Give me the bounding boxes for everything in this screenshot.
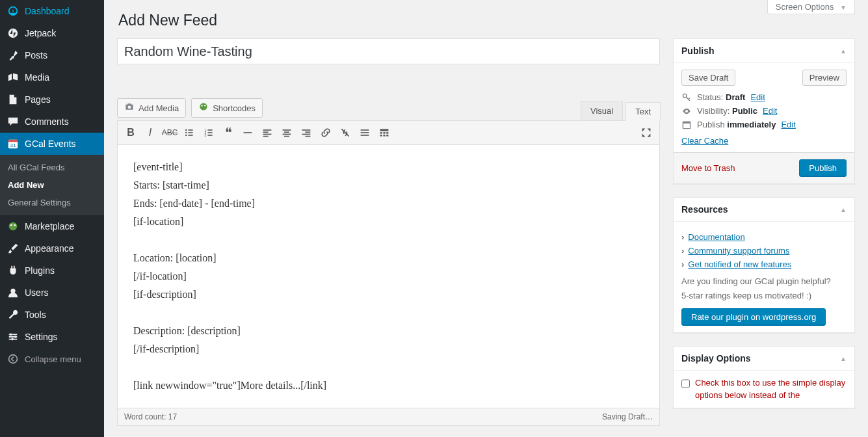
calendar-small-icon xyxy=(681,120,692,129)
svg-text:3: 3 xyxy=(205,134,207,137)
editor-line: Location: [location] xyxy=(133,249,644,267)
help-text-2: 5-star ratings keep us motivated! :) xyxy=(681,290,847,302)
menu-marketplace[interactable]: Marketplace xyxy=(0,215,104,237)
svg-point-20 xyxy=(185,135,187,136)
edit-visibility-link[interactable]: Edit xyxy=(763,106,777,116)
blockquote-button[interactable]: ❝ xyxy=(219,124,237,142)
menu-media[interactable]: Media xyxy=(0,66,104,88)
menu-label: Settings xyxy=(25,332,58,342)
menu-jetpack[interactable]: Jetpack xyxy=(0,22,104,44)
screen-options-toggle[interactable]: Screen Options ▼ xyxy=(767,0,855,14)
resources-panel-toggle[interactable]: Resources ▲ xyxy=(674,198,854,222)
editor-content[interactable]: [event-title]Starts: [start-time]Ends: [… xyxy=(118,145,659,408)
comments-icon xyxy=(7,115,20,128)
submenu-general-settings[interactable]: General Settings xyxy=(0,194,104,211)
page-title: Add New Feed xyxy=(118,12,855,29)
rate-plugin-button[interactable]: Rate our plugin on wordpress.org xyxy=(681,308,826,326)
svg-rect-48 xyxy=(380,135,382,136)
svg-rect-36 xyxy=(284,136,289,137)
key-icon xyxy=(681,93,692,102)
simple-display-checkbox[interactable] xyxy=(681,378,690,389)
edit-status-link[interactable]: Edit xyxy=(750,92,765,102)
publish-panel: Publish ▲ Save Draft Preview Status: Dra… xyxy=(673,38,855,184)
toolbar-toggle-button[interactable] xyxy=(375,124,393,142)
resource-item: ›Documentation xyxy=(681,232,847,242)
svg-rect-37 xyxy=(302,129,311,131)
unlink-button[interactable] xyxy=(336,124,354,142)
resource-item: ›Get notified of new features xyxy=(681,259,847,269)
display-options-title: Display Options xyxy=(681,353,751,364)
submenu-gcal: All GCal Feeds Add New General Settings xyxy=(0,155,104,215)
pin-icon xyxy=(7,49,20,62)
more-button[interactable] xyxy=(356,124,374,142)
main-content: Screen Options ▼ Add New Feed Add Media … xyxy=(104,0,868,437)
resource-link[interactable]: Get notified of new features xyxy=(688,259,791,269)
schedule-label: Publish immediately xyxy=(697,120,776,129)
svg-rect-49 xyxy=(383,135,385,136)
display-options-toggle[interactable]: Display Options ▲ xyxy=(674,347,854,371)
move-to-trash-link[interactable]: Move to Trash xyxy=(681,163,735,173)
sliders-icon xyxy=(7,330,20,343)
menu-label: Media xyxy=(25,72,49,83)
align-right-button[interactable] xyxy=(297,124,315,142)
menu-posts[interactable]: Posts xyxy=(0,44,104,66)
chevron-up-icon: ▲ xyxy=(840,47,847,55)
tab-visual[interactable]: Visual xyxy=(581,101,623,120)
svg-rect-19 xyxy=(188,132,192,133)
resource-item: ›Community support forums xyxy=(681,246,847,256)
strike-button[interactable]: ABC xyxy=(161,124,179,142)
collapse-menu[interactable]: Collapse menu xyxy=(0,348,104,370)
wrench-icon xyxy=(7,308,20,321)
menu-tools[interactable]: Tools xyxy=(0,304,104,326)
submenu-add-new[interactable]: Add New xyxy=(0,176,104,194)
clear-cache-link[interactable]: Clear Cache xyxy=(681,136,728,146)
svg-rect-40 xyxy=(305,136,310,137)
hr-button[interactable] xyxy=(239,124,257,142)
simple-display-checkbox-row[interactable]: Check this box to use the simple display… xyxy=(681,377,847,401)
align-left-button[interactable] xyxy=(258,124,276,142)
menu-gcal-events[interactable]: 31 GCal Events xyxy=(0,133,104,155)
simple-display-label: Check this box to use the simple display… xyxy=(695,377,847,401)
number-list-button[interactable]: 123 xyxy=(200,124,218,142)
save-draft-button[interactable]: Save Draft xyxy=(681,70,735,86)
menu-dashboard[interactable]: Dashboard xyxy=(0,0,104,22)
menu-label: Appearance xyxy=(25,243,74,254)
submenu-all-feeds[interactable]: All GCal Feeds xyxy=(0,159,104,176)
italic-button[interactable]: I xyxy=(141,124,159,142)
svg-rect-17 xyxy=(188,129,192,131)
resource-link[interactable]: Documentation xyxy=(688,232,744,242)
link-button[interactable] xyxy=(317,124,335,142)
resources-panel: Resources ▲ ›Documentation›Community sup… xyxy=(673,197,855,333)
menu-plugins[interactable]: Plugins xyxy=(0,259,104,282)
fullscreen-button[interactable] xyxy=(637,124,655,142)
svg-rect-33 xyxy=(283,129,291,131)
menu-label: Users xyxy=(25,287,49,298)
menu-appearance[interactable]: Appearance xyxy=(0,237,104,259)
svg-point-16 xyxy=(185,129,187,131)
svg-rect-29 xyxy=(263,129,272,131)
publish-button[interactable]: Publish xyxy=(799,159,847,177)
menu-comments[interactable]: Comments xyxy=(0,111,104,133)
menu-settings[interactable]: Settings xyxy=(0,326,104,348)
tab-text[interactable]: Text xyxy=(625,102,661,121)
chevron-up-icon: ▲ xyxy=(840,206,847,213)
svg-rect-39 xyxy=(302,134,311,135)
preview-button[interactable]: Preview xyxy=(802,70,847,86)
svg-rect-42 xyxy=(361,132,369,133)
menu-label: Dashboard xyxy=(25,6,70,16)
resource-link[interactable]: Community support forums xyxy=(688,246,789,256)
bold-button[interactable]: B xyxy=(122,124,140,142)
menu-users[interactable]: Users xyxy=(0,282,104,304)
editor-line: [event-title] xyxy=(133,158,644,176)
screen-options-label: Screen Options xyxy=(776,2,834,12)
publish-panel-toggle[interactable]: Publish ▲ xyxy=(674,39,854,63)
bullet-list-button[interactable] xyxy=(180,124,198,142)
word-count: Word count: 17 xyxy=(124,412,177,421)
align-center-button[interactable] xyxy=(278,124,296,142)
feed-title-input[interactable] xyxy=(117,38,660,64)
svg-rect-35 xyxy=(283,134,291,135)
menu-pages[interactable]: Pages xyxy=(0,88,104,111)
editor-line xyxy=(133,231,644,249)
saving-status: Saving Draft… xyxy=(602,412,653,421)
edit-schedule-link[interactable]: Edit xyxy=(781,120,795,129)
